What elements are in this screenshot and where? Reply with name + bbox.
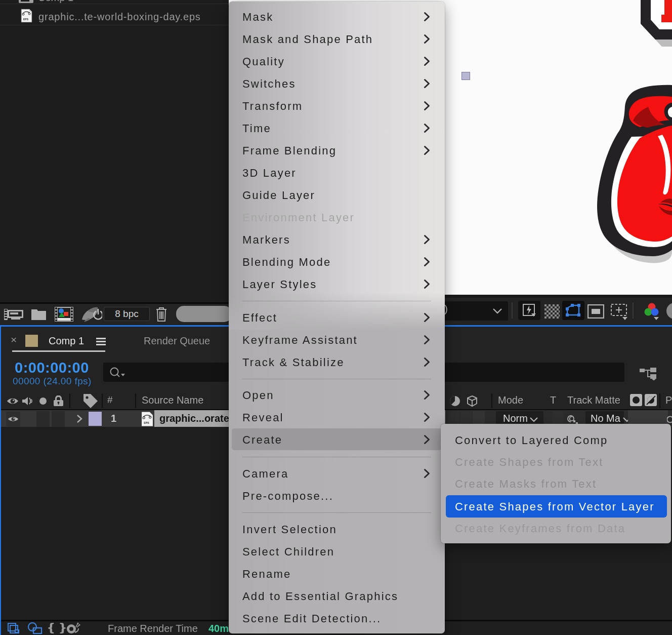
svg-text:EPS: EPS — [23, 18, 29, 21]
svg-text:EPS: EPS — [144, 421, 149, 424]
